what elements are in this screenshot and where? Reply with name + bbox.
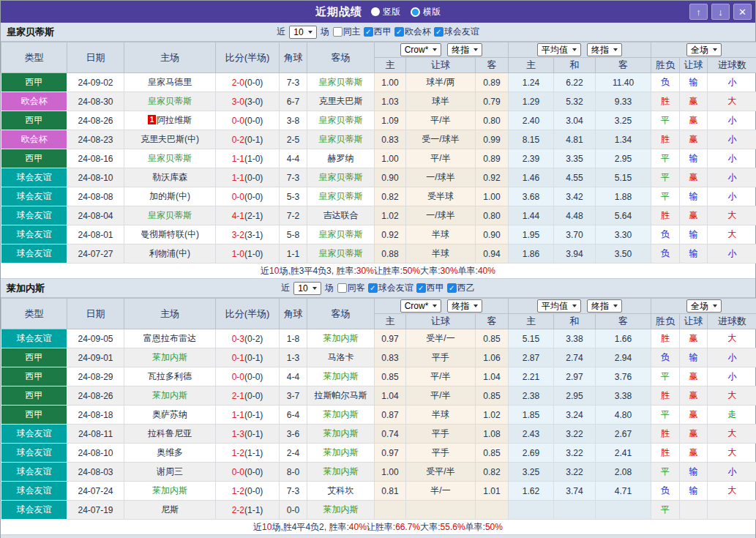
match-row: 球会友谊24-08-11拉科鲁尼亚1-3(0-1)3-6莱加内斯0.74平手1.… <box>1 425 756 444</box>
checkbox-label: 西乙 <box>457 282 475 294</box>
let-line: 半球 <box>406 244 476 264</box>
result-let: 赢 <box>680 367 708 386</box>
result-goals: 小 <box>708 130 756 149</box>
away-team: 克里夫巴斯 <box>307 92 375 111</box>
avg-odds-draw: 2.74 <box>554 348 596 367</box>
let-odds-away: 0.79 <box>476 92 509 111</box>
section-filter-bar: 莱加内斯 近 10 场 同客✓球会友谊✓西甲✓西乙 <box>1 279 755 298</box>
corner-score: 5-8 <box>280 225 307 244</box>
avg-odds-home: 2.39 <box>509 149 554 168</box>
let-odds-away: 0.94 <box>476 244 509 264</box>
subcol-let-result: 让球 <box>680 58 708 73</box>
final-odds-select[interactable]: 终指 <box>447 43 482 56</box>
result-wdl: 平 <box>651 187 680 206</box>
fulltime-score: 0-0 <box>232 372 244 382</box>
match-row: 西甲24-08-26莱加内斯2-1(0-0)3-7拉斯帕尔马斯1.04平/半0.… <box>1 386 756 406</box>
same-venue-checkbox[interactable]: 同主 <box>333 26 361 38</box>
league-checkbox[interactable]: ✓球会友谊 <box>434 26 479 38</box>
score-cell: 4-1(2-1) <box>216 206 280 225</box>
result-let: 赢 <box>680 111 708 130</box>
away-team-name: 莱加内斯 <box>323 371 359 381</box>
move-up-button[interactable]: ↑ <box>689 4 708 20</box>
full-match-select[interactable]: 全场 <box>686 43 722 56</box>
dropdown-arrow-icon <box>312 287 317 290</box>
odds-source-select[interactable]: Crow* <box>400 299 442 313</box>
layout-radio-group: 竖版 横版 <box>371 6 441 18</box>
fulltime-score: 3-2 <box>232 230 244 240</box>
home-team-name: 加的斯(中) <box>149 191 190 201</box>
league-checkbox[interactable]: ✓西甲 <box>364 26 392 38</box>
league-type-cell: 西甲 <box>1 111 67 130</box>
match-row: 球会友谊24-08-01曼彻斯特联(中)3-2(3-1)5-8皇家贝蒂斯0.92… <box>1 225 756 244</box>
home-team: 克里夫巴斯(中) <box>124 130 216 149</box>
let-odds-away: 0.85 <box>476 386 509 406</box>
let-line: 球半 <box>406 92 476 111</box>
checkbox-label: 球会友谊 <box>444 26 479 38</box>
col-date: 日期 <box>67 42 124 73</box>
team-name: 皇家贝蒂斯 <box>7 26 54 39</box>
result-goals: 大 <box>708 206 756 225</box>
let-line: 受半球 <box>406 187 476 206</box>
home-team-name: 莱加内斯 <box>152 390 187 400</box>
match-date: 24-08-08 <box>67 187 124 206</box>
match-date: 24-08-11 <box>67 425 124 444</box>
result-let <box>680 501 708 520</box>
odds-source-select[interactable]: Crow* <box>400 43 442 56</box>
result-goals: 小 <box>708 73 756 92</box>
subcol-avg-away: 客 <box>596 58 651 73</box>
dropdown-arrow-icon <box>572 305 577 307</box>
result-wdl: 负 <box>651 482 680 501</box>
move-down-button[interactable]: ↓ <box>711 4 730 20</box>
dropdown-arrow-icon <box>308 31 312 34</box>
fulltime-score: 1-2 <box>232 448 244 458</box>
away-team-name: 皇家贝蒂斯 <box>319 172 363 182</box>
final-average-select[interactable]: 终指 <box>587 299 622 313</box>
dropdown-arrow-icon <box>572 48 577 51</box>
let-odds-home: 0.74 <box>375 425 406 444</box>
stats-summary: 近10场,胜3平4负3, 胜率:30% 让胜率:50% 大率:30% 单率:40… <box>1 264 755 279</box>
match-row: 球会友谊24-08-08加的斯(中)0-0(0-0)5-3皇家贝蒂斯0.82受半… <box>1 187 756 206</box>
league-checkbox[interactable]: ✓欧会杯 <box>394 26 431 38</box>
corner-score: 2-5 <box>280 130 307 149</box>
halftime-score: (0-0) <box>244 78 263 88</box>
result-let: 赢 <box>680 425 708 444</box>
average-odds-select[interactable]: 平均值 <box>537 43 581 56</box>
same-venue-checkbox[interactable]: 同客 <box>337 282 365 294</box>
match-date: 24-08-18 <box>67 406 124 425</box>
close-button[interactable]: ✕ <box>733 4 752 20</box>
radio-vertical-layout[interactable]: 竖版 <box>371 6 400 18</box>
home-team: 拉科鲁尼亚 <box>124 425 216 444</box>
league-checkbox[interactable]: ✓西甲 <box>416 282 444 294</box>
subcol-avg-away: 客 <box>596 314 651 329</box>
full-match-select[interactable]: 全场 <box>686 299 722 313</box>
league-checkbox[interactable]: ✓球会友谊 <box>368 282 413 294</box>
corner-score: 1-3 <box>280 348 307 367</box>
let-odds-away: 1.08 <box>476 425 509 444</box>
subcol-let-away: 客 <box>476 58 509 73</box>
final-odds-select[interactable]: 终指 <box>447 299 482 313</box>
avg-odds-draw: 3.74 <box>554 482 596 501</box>
result-goals: 大 <box>708 92 756 111</box>
home-team: 皇家贝蒂斯 <box>124 149 216 168</box>
match-count-select[interactable]: 10 <box>289 26 316 39</box>
let-line: 半球 <box>406 406 476 425</box>
result-goals: 小 <box>708 111 756 130</box>
subcol-avg-home: 主 <box>509 58 554 73</box>
away-team: 莱加内斯 <box>307 329 375 348</box>
match-count-select[interactable]: 10 <box>293 282 321 295</box>
match-row: 球会友谊24-07-24莱加内斯1-2(0-0)7-3艾科坎0.81半/一1.0… <box>1 482 756 501</box>
final-average-select[interactable]: 终指 <box>587 43 622 56</box>
col-date: 日期 <box>67 299 124 329</box>
league-type-cell: 西甲 <box>1 348 67 367</box>
avg-odds-draw: 3.35 <box>554 149 596 168</box>
radio-horizontal-layout[interactable]: 横版 <box>411 6 441 18</box>
let-odds-home: 0.83 <box>375 348 406 367</box>
league-checkbox[interactable]: ✓西乙 <box>447 282 475 294</box>
summary-segment: 大率: <box>420 265 440 277</box>
dropdown-arrow-icon <box>433 48 437 51</box>
score-cell: 0-0(0-0) <box>216 187 280 206</box>
average-odds-select[interactable]: 平均值 <box>537 299 581 313</box>
corner-score: 6-7 <box>280 92 307 111</box>
fulltime-score: 0-0 <box>232 467 244 477</box>
let-line: 一/球半 <box>406 206 476 225</box>
